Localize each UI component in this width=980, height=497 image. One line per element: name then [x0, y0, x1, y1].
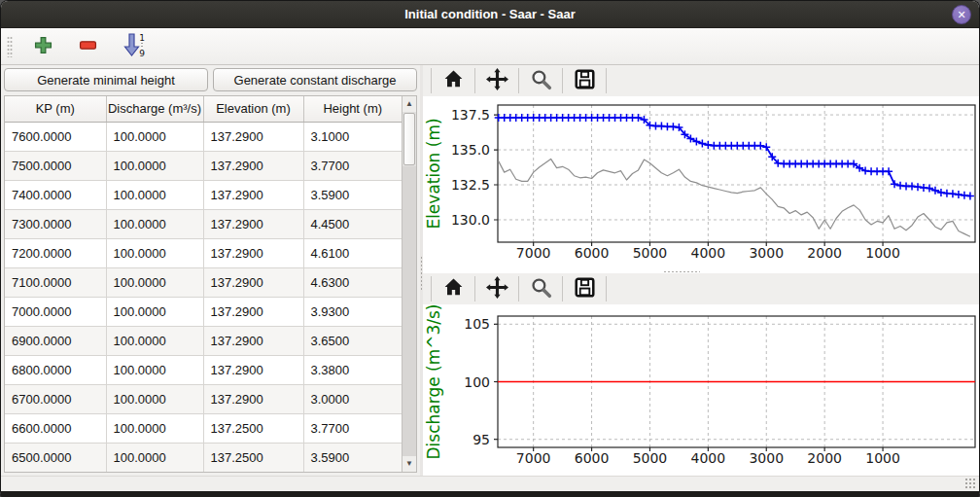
- svg-text:5000: 5000: [633, 245, 668, 261]
- table-cell[interactable]: 7100.0000: [5, 267, 106, 297]
- table-cell[interactable]: 4.6300: [303, 267, 402, 297]
- table-cell[interactable]: [106, 472, 203, 473]
- table-scrollbar[interactable]: ▲ ▼: [402, 96, 416, 472]
- table-cell[interactable]: 100.0000: [106, 267, 203, 297]
- table-cell[interactable]: 3.6500: [303, 326, 402, 355]
- column-header[interactable]: Discharge (m³/s): [106, 96, 203, 122]
- table-cell[interactable]: 7300.0000: [5, 209, 106, 238]
- table-cell[interactable]: 100.0000: [106, 326, 203, 355]
- zoom-button[interactable]: [525, 66, 556, 95]
- table-cell[interactable]: 100.0000: [106, 443, 203, 472]
- sort-numeric-icon: 1 9: [122, 32, 148, 61]
- table-cell[interactable]: 137.2900: [203, 384, 303, 413]
- resize-grip[interactable]: [964, 478, 976, 489]
- elevation-chart[interactable]: 7000600050004000300020001000137.5135.013…: [423, 96, 979, 269]
- table-cell[interactable]: 100.0000: [106, 355, 203, 384]
- column-header[interactable]: Elevation (m): [203, 96, 303, 122]
- table-cell[interactable]: 6800.0000: [5, 355, 106, 384]
- table-cell[interactable]: 137.2500: [203, 413, 303, 443]
- table-cell[interactable]: [203, 472, 303, 473]
- table-cell[interactable]: 137.2900: [203, 355, 303, 384]
- table-cell[interactable]: [5, 472, 106, 473]
- table-cell[interactable]: 137.2900: [203, 326, 303, 355]
- table-cell[interactable]: 100.0000: [106, 180, 203, 209]
- button-row: Generate minimal height Generate constan…: [4, 68, 417, 91]
- svg-text:1000: 1000: [865, 245, 900, 261]
- table-cell[interactable]: 100.0000: [106, 122, 203, 151]
- table-cell[interactable]: 137.2900: [203, 122, 303, 151]
- table-cell[interactable]: 3.7700: [303, 151, 402, 180]
- table-cell[interactable]: 6500.0000: [5, 443, 106, 472]
- pan-button[interactable]: [481, 274, 512, 303]
- remove-row-button[interactable]: [73, 32, 102, 61]
- save-button[interactable]: [569, 274, 600, 303]
- table-row: 7400.0000100.0000137.29003.5900: [5, 180, 402, 209]
- table-cell[interactable]: 137.2500: [203, 443, 303, 472]
- save-button[interactable]: [569, 66, 600, 95]
- table-cell[interactable]: 7600.0000: [5, 122, 106, 151]
- table-row: 6900.0000100.0000137.29003.6500: [5, 326, 402, 355]
- scroll-down-button[interactable]: ▼: [402, 456, 416, 472]
- statusbar: [1, 476, 979, 491]
- table-cell[interactable]: 3.0000: [303, 384, 402, 413]
- save-icon: [574, 68, 596, 93]
- discharge-chart[interactable]: 700060005000400030002000100010510095Disc…: [423, 304, 979, 472]
- table-cell[interactable]: 100.0000: [106, 297, 203, 326]
- table-cell[interactable]: 137.2900: [203, 151, 303, 180]
- discharge-chart-toolbar: [423, 273, 979, 304]
- table-cell[interactable]: 7500.0000: [5, 151, 106, 180]
- table-row: 6600.0000100.0000137.25003.7700: [5, 413, 402, 443]
- column-header[interactable]: KP (m): [5, 96, 106, 122]
- table-cell[interactable]: 100.0000: [106, 209, 203, 238]
- table-cell[interactable]: 6600.0000: [5, 413, 106, 443]
- generate-constant-discharge-button[interactable]: Generate constant discharge: [213, 68, 417, 91]
- pan-icon: [486, 276, 508, 302]
- table-cell[interactable]: 100.0000: [106, 151, 203, 180]
- table-cell[interactable]: 7000.0000: [5, 297, 106, 326]
- table-cell[interactable]: 100.0000: [106, 413, 203, 443]
- table-cell[interactable]: 100.0000: [106, 384, 203, 413]
- generate-minimal-height-button[interactable]: Generate minimal height: [4, 68, 208, 91]
- toolbar-drag-handle[interactable]: [7, 36, 13, 57]
- table-cell[interactable]: 137.2900: [203, 209, 303, 238]
- toolbar-separator: [606, 276, 607, 302]
- table-cell[interactable]: [303, 472, 402, 473]
- table-row: 7600.0000100.0000137.29003.1000: [5, 122, 402, 151]
- table-cell[interactable]: 6700.0000: [5, 384, 106, 413]
- zoom-button[interactable]: [525, 274, 556, 303]
- pan-button[interactable]: [481, 66, 512, 95]
- scrollbar-track[interactable]: [402, 166, 416, 456]
- table-cell[interactable]: 137.2900: [203, 180, 303, 209]
- table-cell[interactable]: 137.2900: [203, 297, 303, 326]
- svg-text:6000: 6000: [575, 450, 610, 466]
- scroll-up-icon: ▲: [405, 99, 413, 108]
- table-cell[interactable]: 3.5900: [303, 443, 402, 472]
- table-cell[interactable]: 7200.0000: [5, 238, 106, 267]
- table-cell[interactable]: 4.4500: [303, 209, 402, 238]
- home-button[interactable]: [438, 274, 469, 303]
- table-cell[interactable]: 3.7700: [303, 413, 402, 443]
- svg-text:7000: 7000: [516, 245, 551, 261]
- table-cell[interactable]: 100.0000: [106, 238, 203, 267]
- table-row: 6500.0000100.0000137.25003.5900: [5, 443, 402, 472]
- table-cell[interactable]: 7400.0000: [5, 180, 106, 209]
- table-cell[interactable]: 3.5900: [303, 180, 402, 209]
- svg-text:100: 100: [464, 374, 490, 390]
- add-row-button[interactable]: [28, 32, 57, 61]
- column-header[interactable]: Height (m): [303, 96, 402, 122]
- sort-button[interactable]: 1 9: [118, 32, 151, 61]
- titlebar[interactable]: Initial condition - Saar - Saar ✕: [1, 1, 979, 28]
- content: Generate minimal height Generate constan…: [1, 65, 979, 476]
- table-cell[interactable]: 3.9300: [303, 297, 402, 326]
- table-cell[interactable]: 3.1000: [303, 122, 402, 151]
- scroll-up-button[interactable]: ▲: [402, 96, 416, 112]
- chart-splitter-grip[interactable]: [663, 270, 700, 274]
- close-button[interactable]: ✕: [952, 5, 971, 24]
- table-cell[interactable]: 3.3800: [303, 355, 402, 384]
- table-cell[interactable]: 4.6100: [303, 238, 402, 267]
- table-cell[interactable]: 137.2900: [203, 267, 303, 297]
- home-button[interactable]: [438, 66, 469, 95]
- table-cell[interactable]: 6900.0000: [5, 326, 106, 355]
- table-cell[interactable]: 137.2900: [203, 238, 303, 267]
- scrollbar-thumb[interactable]: [403, 113, 415, 165]
